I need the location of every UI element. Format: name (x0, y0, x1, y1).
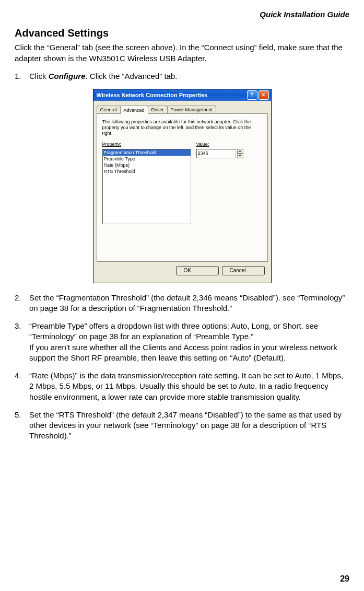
list-item[interactable]: RTS Threshold (103, 168, 191, 175)
step-1-body: Click Configure. Click the “Advanced” ta… (29, 71, 349, 82)
advanced-panel: The following properties are available f… (97, 113, 268, 262)
step-1-number: 1. (15, 71, 29, 82)
spinner-up-icon[interactable]: ▲ (237, 149, 243, 154)
close-icon[interactable]: × (259, 90, 269, 100)
step-3-body: “Preamble Type” offers a dropdown list w… (29, 321, 349, 363)
value-spinner[interactable]: ▲ ▼ (237, 149, 243, 158)
step-1-pre: Click (29, 72, 49, 80)
tab-driver[interactable]: Driver (148, 106, 168, 113)
value-input[interactable]: 2346 (196, 149, 236, 158)
intro-paragraph: Click the “General” tab (see the screen … (15, 42, 349, 64)
dialog-title: Wireless Network Connection Properties (97, 91, 246, 99)
step-4-number: 4. (15, 370, 29, 402)
page-number: 29 (340, 573, 349, 585)
step-2-number: 2. (15, 293, 29, 314)
property-listbox[interactable]: Fragmentation Threshold Preamble Type Ra… (102, 149, 191, 224)
step-4: 4. “Rate (Mbps)” is the data transmissio… (15, 370, 349, 402)
step-1: 1. Click Configure. Click the “Advanced”… (15, 71, 349, 82)
step-4-body: “Rate (Mbps)” is the data transmission/r… (29, 370, 349, 402)
list-item[interactable]: Fragmentation Threshold (103, 149, 191, 156)
properties-dialog: Wireless Network Connection Properties ?… (93, 89, 272, 283)
ok-button[interactable]: OK (176, 266, 219, 275)
tab-general[interactable]: General (97, 106, 121, 113)
property-label: Property: (102, 141, 191, 147)
tab-strip: General Advanced Driver Power Management (97, 104, 268, 114)
tab-advanced[interactable]: Advanced (120, 106, 148, 114)
tab-power-management[interactable]: Power Management (167, 106, 217, 113)
step-2: 2. Set the “Fragmentation Threshold” (th… (15, 293, 349, 314)
step-3-number: 3. (15, 321, 29, 363)
panel-instruction: The following properties are available f… (102, 119, 262, 136)
step-5-body: Set the “RTS Threshold” (the default 2,3… (29, 410, 349, 442)
step-1-em: Configure (49, 72, 86, 80)
list-item[interactable]: Rate (Mbps) (103, 162, 191, 168)
doc-title: Quick Installation Guide (15, 9, 349, 20)
step-2-body: Set the “Fragmentation Threshold” (the d… (29, 293, 349, 314)
step-5-number: 5. (15, 410, 29, 442)
cancel-button[interactable]: Cancel (222, 266, 265, 275)
help-icon[interactable]: ? (247, 90, 257, 100)
spinner-down-icon[interactable]: ▼ (237, 154, 243, 158)
list-item[interactable]: Preamble Type (103, 156, 191, 162)
dialog-titlebar: Wireless Network Connection Properties ?… (93, 89, 271, 101)
value-label: Value: (196, 141, 262, 147)
step-1-post: . Click the “Advanced” tab. (86, 72, 178, 80)
step-5: 5. Set the “RTS Threshold” (the default … (15, 410, 349, 442)
section-heading: Advanced Settings (15, 26, 349, 40)
step-3: 3. “Preamble Type” offers a dropdown lis… (15, 321, 349, 363)
